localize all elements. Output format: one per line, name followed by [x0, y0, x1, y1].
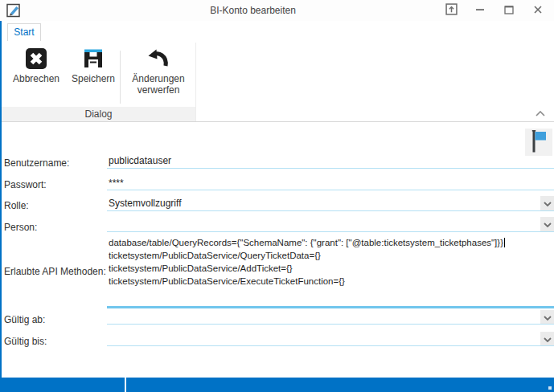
- maximize-button[interactable]: [494, 0, 523, 21]
- close-icon: [532, 4, 544, 18]
- gueltig-bis-label: Gültig bis:: [4, 336, 47, 347]
- window-left-border: [0, 21, 2, 378]
- ribbon: Abbrechen Speichern: [0, 41, 554, 122]
- api-line: ticketsystem/PublicDataService/AddTicket…: [109, 262, 553, 275]
- minimize-icon: [474, 4, 486, 18]
- minimize-button[interactable]: [466, 0, 494, 21]
- gueltig-ab-dropdown-button[interactable]: [540, 310, 554, 324]
- rolle-dropdown-value[interactable]: Systemvollzugriff: [109, 198, 181, 209]
- window-title: BI-Konto bearbeiten: [80, 5, 425, 16]
- chevron-down-icon: [544, 312, 552, 323]
- speichern-button[interactable]: Speichern: [69, 43, 117, 105]
- ribbon-separator: [120, 51, 121, 104]
- text-caret: [504, 238, 505, 247]
- undo-arrow-icon: [146, 47, 170, 70]
- api-line: ticketsystem/PublicDataService/ExecuteTi…: [109, 275, 553, 288]
- abbrechen-button[interactable]: Abbrechen: [5, 43, 68, 105]
- window-controls: [437, 0, 552, 21]
- flag-button[interactable]: [525, 129, 552, 156]
- rolle-dropdown-button[interactable]: [540, 196, 554, 210]
- benutzername-input[interactable]: publicdatauser: [109, 155, 171, 166]
- group-border: [195, 43, 196, 121]
- chevron-down-icon: [544, 218, 552, 230]
- status-bar: [0, 378, 554, 392]
- rolle-label: Rolle:: [4, 200, 29, 211]
- benutzername-label: Benutzername:: [4, 157, 69, 169]
- chevron-down-icon: [544, 198, 552, 209]
- save-floppy-icon: [81, 47, 105, 70]
- dialog-window: BI-Konto bearbeiten: [0, 0, 554, 392]
- tab-start[interactable]: Start: [7, 23, 41, 41]
- aenderungen-verwerfen-button[interactable]: Änderungen verwerfen: [122, 43, 195, 105]
- popup-pin-icon: [445, 3, 458, 18]
- aenderungen-verwerfen-label: Änderungen verwerfen: [122, 73, 195, 96]
- edit-pencil-icon: [6, 3, 21, 18]
- abbrechen-label: Abbrechen: [5, 73, 68, 84]
- chevron-down-icon: [544, 333, 552, 345]
- api-line: database/table/QueryRecords={"SchemaName…: [109, 236, 553, 249]
- speichern-label: Speichern: [69, 73, 117, 84]
- api-methoden-textarea[interactable]: database/table/QueryRecords={"SchemaName…: [109, 236, 553, 288]
- passwort-underline: [107, 190, 554, 190]
- status-bar-divider: [125, 378, 126, 392]
- rolle-underline: [107, 210, 554, 211]
- api-methoden-focused-underline: [107, 306, 554, 308]
- maximize-icon: [503, 4, 515, 18]
- gueltig-bis-underline: [107, 345, 554, 346]
- chevron-up-icon: [536, 108, 545, 119]
- cancel-x-icon: [24, 47, 48, 70]
- passwort-input[interactable]: ****: [109, 178, 124, 189]
- close-button[interactable]: [523, 0, 552, 21]
- resize-grip[interactable]: [548, 386, 552, 390]
- popup-pin-button[interactable]: [437, 0, 466, 21]
- titlebar: BI-Konto bearbeiten: [0, 0, 554, 21]
- gueltig-ab-label: Gültig ab:: [4, 314, 45, 325]
- blue-flag-icon: [529, 129, 548, 156]
- person-label: Person:: [4, 222, 37, 233]
- benutzername-underline: [107, 168, 554, 169]
- person-underline: [107, 231, 554, 232]
- gueltig-bis-dropdown-button[interactable]: [540, 332, 554, 345]
- ribbon-group-dialog: Dialog: [2, 107, 195, 121]
- gueltig-ab-underline: [107, 324, 554, 325]
- ribbon-collapse-button[interactable]: [530, 107, 551, 120]
- api-line: ticketsystem/PublicDataService/QueryTick…: [109, 249, 553, 262]
- api-methoden-label: Erlaubte API Methoden:: [4, 266, 106, 277]
- passwort-label: Passwort:: [4, 179, 47, 190]
- person-dropdown-button[interactable]: [540, 217, 554, 231]
